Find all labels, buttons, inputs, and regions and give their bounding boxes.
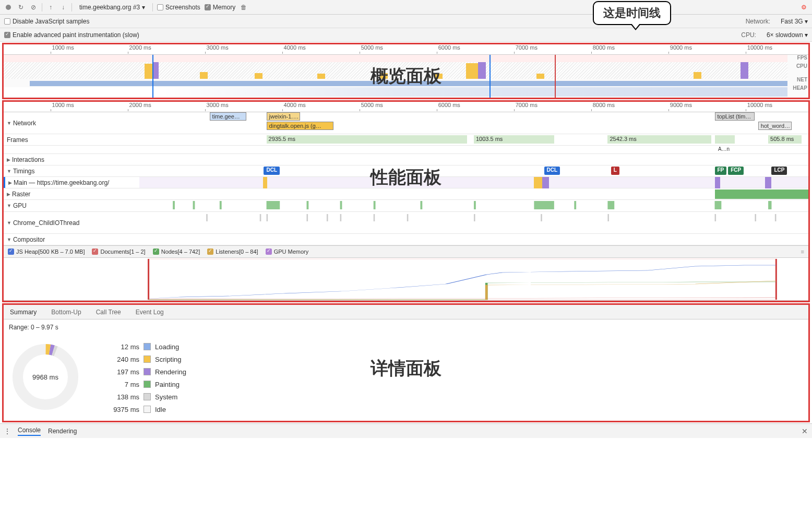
network-request[interactable]: time.gee… <box>210 112 247 121</box>
gpu-memory-toggle[interactable]: GPU Memory <box>266 248 309 255</box>
frames-track-content[interactable]: 2935.5 ms1003.5 ms2542.3 ms505.8 ms <box>139 134 808 145</box>
tab-call-tree[interactable]: Call Tree <box>94 305 123 319</box>
ruler-tick: 8000 ms <box>593 44 615 51</box>
frame-bar[interactable]: 505.8 ms <box>768 135 802 144</box>
callout-text: 这是时间线 <box>593 1 671 25</box>
tab-event-log[interactable]: Event Log <box>134 305 166 319</box>
menu-icon[interactable]: ≡ <box>801 248 804 255</box>
network-request[interactable]: topList (tim… <box>715 112 755 121</box>
summary-row: 9375 msIdle <box>98 403 186 416</box>
summary-row: 7 msPainting <box>98 378 186 390</box>
child-io-track: ▼Chrome_ChildIOThread <box>4 212 808 234</box>
timings-track-content[interactable]: DCLDCLLFPFCPLCP <box>139 165 808 176</box>
network-request[interactable]: jweixin-1.… <box>267 112 300 121</box>
timing-marker-dcl[interactable]: DCL <box>264 167 280 175</box>
child-io-content[interactable] <box>139 212 808 233</box>
svg-rect-19 <box>327 214 328 221</box>
download-icon[interactable]: ↓ <box>59 3 67 11</box>
cpu-select[interactable]: 6× slowdown ▾ <box>767 31 808 39</box>
listeners-toggle[interactable]: Listeners[0 – 84] <box>207 248 258 255</box>
svg-rect-10 <box>534 201 554 209</box>
network-label: Network: <box>746 18 770 25</box>
svg-rect-11 <box>574 201 576 209</box>
record-icon[interactable] <box>4 3 13 11</box>
ruler-tick: 2000 ms <box>129 102 151 108</box>
ruler-tick: 9000 ms <box>670 44 692 51</box>
performance-panel: 1000 ms2000 ms3000 ms4000 ms5000 ms6000 … <box>2 100 810 302</box>
main-track-content[interactable] <box>139 177 808 188</box>
disclosure-icon[interactable]: ▼ <box>7 237 11 242</box>
rendering-tab[interactable]: Rendering <box>48 428 77 435</box>
tab-bottom-up[interactable]: Bottom-Up <box>49 305 83 319</box>
close-icon[interactable]: ✕ <box>802 427 808 435</box>
frame-bar[interactable]: 2542.3 ms <box>607 135 711 144</box>
gear-icon[interactable]: ⚙ <box>799 3 808 11</box>
timing-marker-dcl[interactable]: DCL <box>544 167 560 175</box>
network-request[interactable]: hot_word… <box>758 122 792 130</box>
range-label: Range: 0 – 9.97 s <box>4 319 808 335</box>
ruler-tick: 3000 ms <box>207 102 229 108</box>
ruler-tick: 3000 ms <box>207 44 229 51</box>
more-icon[interactable]: ⋮ <box>4 428 10 435</box>
frame-bar[interactable]: 1003.5 ms <box>474 135 541 144</box>
svg-rect-23 <box>474 214 475 221</box>
network-select[interactable]: Fast 3G ▾ <box>781 18 808 25</box>
documents-toggle[interactable]: Documents[1 – 2] <box>92 248 145 255</box>
disclosure-icon[interactable]: ▼ <box>7 203 11 208</box>
ruler-tick: 2000 ms <box>129 44 151 51</box>
trash-icon[interactable]: 🗑 <box>240 3 248 11</box>
memory-chart[interactable] <box>4 258 808 301</box>
svg-rect-2 <box>193 201 195 209</box>
gpu-track-content[interactable] <box>139 200 808 211</box>
timing-marker-l[interactable]: L <box>611 167 619 175</box>
disclosure-icon[interactable]: ▶ <box>8 180 12 185</box>
timing-marker-fp[interactable]: FP <box>715 167 727 175</box>
svg-rect-16 <box>260 214 261 221</box>
svg-rect-12 <box>607 201 614 209</box>
disclosure-icon[interactable]: ▼ <box>7 121 11 126</box>
disclosure-icon[interactable]: ▼ <box>7 169 11 174</box>
clear-icon[interactable]: ⊘ <box>29 3 38 11</box>
frame-bar[interactable] <box>541 135 554 144</box>
details-panel: SummaryBottom-UpCall TreeEvent Log Range… <box>2 303 810 422</box>
timeline-callout: 这是时间线 <box>593 1 671 25</box>
svg-rect-29 <box>149 259 777 300</box>
svg-rect-22 <box>407 214 409 221</box>
memory-legend: JS Heap[500 KB – 7.0 MB] Documents[1 – 2… <box>4 245 808 258</box>
svg-rect-27 <box>755 214 756 221</box>
disclosure-icon[interactable]: ▶ <box>7 192 10 197</box>
overview-labels: FPS CPU NET HEAP <box>793 55 807 93</box>
network-track-content[interactable]: time.gee…jweixin-1.…dingtalk.open.js (g…… <box>139 112 808 134</box>
svg-rect-5 <box>307 201 309 209</box>
network-request[interactable]: dingtalk.open.js (g… <box>267 122 333 130</box>
js-heap-toggle[interactable]: JS Heap[500 KB – 7.0 MB] <box>8 248 85 255</box>
svg-rect-24 <box>541 214 542 221</box>
frame-bar[interactable] <box>715 135 735 144</box>
recording-select[interactable]: time.geekbang.org #3 ▾ <box>76 3 148 12</box>
timing-marker-fcp[interactable]: FCP <box>728 167 744 175</box>
timing-marker-lcp[interactable]: LCP <box>771 167 787 175</box>
overview-panel: 1000 ms2000 ms3000 ms4000 ms5000 ms6000 … <box>2 43 810 99</box>
frame-bar[interactable]: 2935.5 ms <box>267 135 468 144</box>
ruler-tick: 10000 ms <box>747 44 772 51</box>
raster-track-content[interactable] <box>139 188 808 199</box>
recording-name: time.geekbang.org #3 <box>79 4 140 11</box>
overview-chart[interactable]: FPS CPU NET HEAP 概览面板 <box>4 55 808 98</box>
chevron-down-icon: ▾ <box>142 4 145 11</box>
ruler-tick: 5000 ms <box>361 102 383 108</box>
disclosure-icon[interactable]: ▶ <box>7 157 10 162</box>
upload-icon[interactable]: ↑ <box>46 3 55 11</box>
memory-checkbox[interactable]: Memory <box>205 4 235 11</box>
disable-js-checkbox[interactable]: Disable JavaScript samples <box>4 18 89 25</box>
enable-paint-checkbox[interactable]: Enable advanced paint instrumentation (s… <box>4 31 139 39</box>
disclosure-icon[interactable]: ▼ <box>7 220 11 226</box>
flame-ruler[interactable]: 1000 ms2000 ms3000 ms4000 ms5000 ms6000 … <box>4 102 808 112</box>
reload-icon[interactable]: ↻ <box>17 3 25 11</box>
screenshots-checkbox[interactable]: Screenshots <box>157 4 200 11</box>
summary-row: 138 msSystem <box>98 390 186 403</box>
tab-summary[interactable]: Summary <box>8 305 39 319</box>
nodes-toggle[interactable]: Nodes[4 – 742] <box>153 248 200 255</box>
svg-point-0 <box>6 5 11 10</box>
console-tab[interactable]: Console <box>18 427 41 436</box>
overview-ruler[interactable]: 1000 ms2000 ms3000 ms4000 ms5000 ms6000 … <box>4 44 808 55</box>
